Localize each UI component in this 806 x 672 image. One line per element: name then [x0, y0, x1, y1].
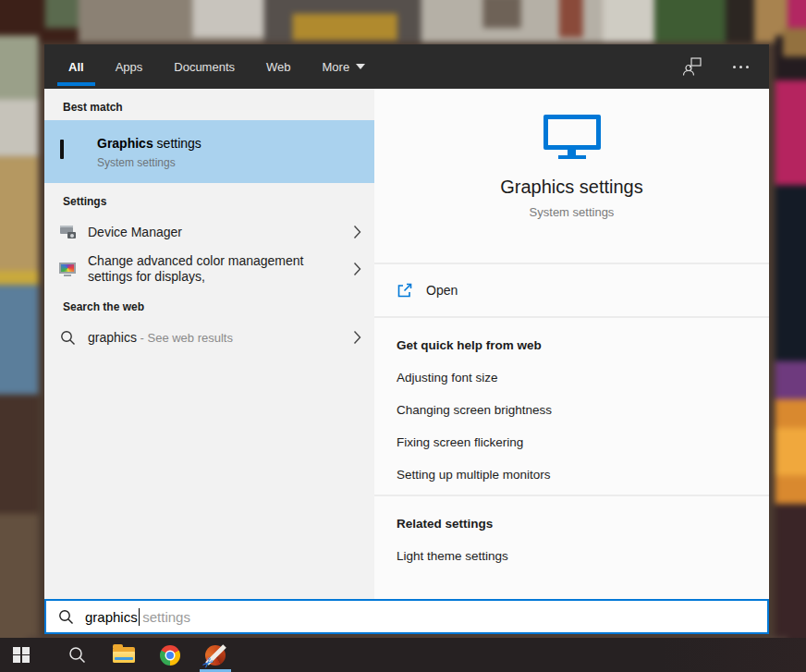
tab-all-label: All	[68, 60, 84, 74]
tab-all[interactable]: All	[65, 44, 88, 89]
result-label: Device Manager	[88, 225, 182, 240]
related-link[interactable]: Light theme settings	[397, 549, 747, 563]
file-explorer-button[interactable]	[103, 638, 145, 672]
taskbar: ✂	[0, 638, 806, 672]
filter-tabs: All Apps Documents Web More	[65, 44, 393, 89]
ellipsis-icon	[733, 66, 749, 68]
chrome-button[interactable]	[149, 638, 191, 672]
results-panel: Best match Graphics settings System sett…	[44, 89, 374, 599]
snip-sketch-button[interactable]: ✂	[194, 638, 237, 672]
tab-more[interactable]: More	[319, 44, 370, 89]
tab-web[interactable]: Web	[263, 44, 295, 89]
search-suggestion-text: settings	[142, 609, 190, 625]
search-filter-bar: All Apps Documents Web More	[44, 44, 769, 89]
person-account-icon	[682, 57, 702, 76]
device-manager-icon	[56, 226, 79, 238]
tab-documents[interactable]: Documents	[170, 44, 238, 89]
tab-more-label: More	[323, 60, 350, 74]
folder-icon	[113, 647, 135, 663]
text-caret	[139, 608, 140, 626]
search-icon	[56, 330, 79, 346]
result-label: graphics - See web results	[88, 330, 233, 346]
windows-logo-icon	[13, 647, 30, 664]
preview-subtitle: System settings	[530, 205, 615, 219]
more-options-button[interactable]	[728, 55, 752, 79]
open-action[interactable]: Open	[374, 264, 769, 318]
search-results-area: Best match Graphics settings System sett…	[44, 89, 769, 599]
preview-panel: Graphics settings System settings Open G…	[374, 89, 769, 599]
preview-hero: Graphics settings System settings	[374, 89, 769, 264]
help-link[interactable]: Changing screen brightness	[397, 403, 747, 417]
search-icon	[58, 609, 74, 625]
help-link[interactable]: Fixing screen flickering	[397, 435, 747, 449]
quick-help-header: Get quick help from web	[397, 338, 747, 352]
related-settings-section: Related settings Light theme settings	[374, 496, 769, 599]
header-actions	[680, 55, 752, 79]
best-match-title: Graphics settings	[97, 136, 202, 151]
chevron-right-icon	[353, 225, 361, 239]
best-match-result[interactable]: Graphics settings System settings	[44, 120, 374, 183]
tab-web-label: Web	[266, 60, 291, 74]
result-color-management[interactable]: Change advanced color management setting…	[44, 250, 374, 288]
open-label: Open	[426, 283, 458, 298]
account-button[interactable]	[680, 55, 704, 79]
web-section-header: Search the web	[44, 288, 374, 320]
help-link[interactable]: Adjusting font size	[397, 371, 747, 385]
best-match-subtitle: System settings	[97, 156, 202, 169]
result-label: Change advanced color management setting…	[88, 253, 311, 285]
best-match-header: Best match	[44, 89, 374, 120]
preview-title: Graphics settings	[500, 177, 643, 198]
chevron-right-icon	[353, 330, 361, 345]
chrome-icon	[160, 645, 180, 666]
search-typed-text: graphics	[85, 609, 138, 625]
launch-icon	[397, 282, 413, 299]
related-settings-header: Related settings	[397, 517, 747, 531]
settings-section-header: Settings	[44, 183, 374, 214]
tab-documents-label: Documents	[174, 60, 235, 74]
tab-apps-label: Apps	[116, 60, 143, 74]
desktop: All Apps Documents Web More	[0, 0, 806, 672]
color-management-icon	[56, 263, 79, 276]
result-web-search[interactable]: graphics - See web results	[44, 320, 374, 355]
start-button[interactable]	[0, 638, 43, 672]
chevron-down-icon	[356, 64, 365, 69]
taskbar-search-button[interactable]	[55, 638, 98, 672]
search-flyout-window: All Apps Documents Web More	[44, 44, 769, 634]
result-device-manager[interactable]: Device Manager	[44, 214, 374, 250]
monitor-icon	[56, 141, 88, 162]
quick-help-section: Get quick help from web Adjusting font s…	[374, 318, 769, 496]
help-link[interactable]: Setting up multiple monitors	[397, 468, 747, 482]
chevron-right-icon	[353, 262, 361, 276]
search-icon	[68, 646, 86, 664]
search-input[interactable]: graphics settings	[44, 599, 769, 634]
tab-apps[interactable]: Apps	[112, 44, 147, 89]
snip-sketch-icon: ✂	[205, 645, 226, 666]
monitor-icon	[543, 115, 601, 161]
